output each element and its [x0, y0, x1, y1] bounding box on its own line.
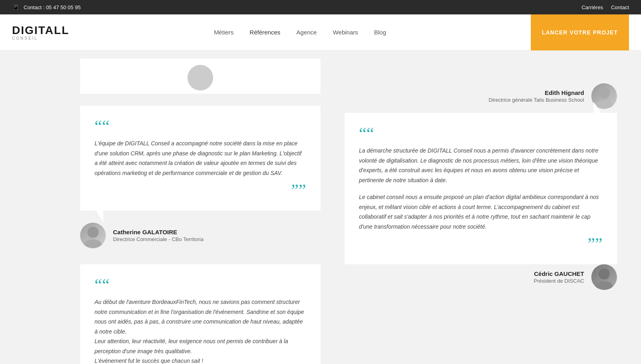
main-nav: Métiers Références Agence Webinars Blog: [214, 29, 386, 36]
author-info-cedric: Cédric GAUCHET Président de DISCAC: [534, 270, 584, 284]
topbar: 📱 Contact : 05 47 50 05 95 Carrières Con…: [0, 0, 641, 14]
testimonial-louis-wrap: ““ Au début de l'aventure BordeauxFinTec…: [80, 264, 320, 364]
svg-point-7: [595, 281, 613, 290]
logo-text: DIGITALL: [12, 24, 69, 37]
logo[interactable]: DIGITALL CONSEIL: [12, 24, 69, 40]
testimonial-text-catherine: L'équipe de DIGITALL Conseil a accompagn…: [95, 139, 306, 178]
quote-open-louis: ““: [95, 276, 306, 293]
topbar-contact: 📱 Contact : 05 47 50 05 95: [12, 4, 81, 11]
svg-point-6: [599, 268, 610, 280]
logo-sub: CONSEIL: [12, 36, 69, 40]
author-name-cedric: Cédric GAUCHET: [534, 270, 584, 277]
main-content: ““ L'équipe de DIGITALL Conseil a accomp…: [0, 50, 641, 364]
avatar-catherine: [80, 223, 106, 248]
partial-card-top: [80, 58, 320, 94]
testimonial-card-louis: ““ Au début de l'aventure BordeauxFinTec…: [80, 264, 320, 364]
carrieres-link[interactable]: Carrières: [582, 4, 603, 10]
avatar-cedric: [591, 264, 617, 290]
author-info-catherine: Catherine GALATOIRE Directrice Commercia…: [113, 229, 204, 242]
author-title-cedric: Président de DISCAC: [534, 278, 584, 284]
testimonial-text-louis: Au début de l'aventure BordeauxFinTech, …: [95, 297, 306, 364]
author-title-catherine: Directrice Commerciale - CBo Territoria: [113, 236, 204, 242]
testimonial-text-cedric-part1: La démarche structurée de DIGITALL Conse…: [359, 146, 603, 185]
nav-metiers[interactable]: Métiers: [214, 29, 234, 36]
topbar-links: Carrières Contact: [582, 4, 629, 10]
nav-references[interactable]: Références: [250, 29, 280, 36]
author-name-edith: Edith Hignard: [489, 89, 584, 96]
author-name-catherine: Catherine GALATOIRE: [113, 229, 204, 235]
author-row-edith: Edith Hignard Directrice générale Talis …: [345, 83, 617, 109]
quote-close-cedric: ””: [359, 235, 603, 252]
testimonial-card-cedric: ““ La démarche structurée de DIGITALL Co…: [345, 113, 617, 264]
tail-right-cedric: [594, 102, 601, 113]
contact-number: Contact : 05 47 50 05 95: [24, 4, 81, 10]
contact-link[interactable]: Contact: [611, 4, 629, 10]
nav-agence[interactable]: Agence: [296, 29, 317, 36]
author-title-edith: Directrice générale Talis Business Schoo…: [489, 97, 584, 103]
testimonial-card-catherine: ““ L'équipe de DIGITALL Conseil a accomp…: [80, 106, 320, 211]
svg-point-0: [87, 227, 99, 238]
quote-open-cedric: ““: [359, 125, 603, 142]
author-info-edith: Edith Hignard Directrice générale Talis …: [489, 89, 584, 103]
nav-blog[interactable]: Blog: [374, 29, 386, 36]
testimonial-cedric-wrap: ““ La démarche structurée de DIGITALL Co…: [345, 113, 617, 264]
svg-point-4: [599, 87, 610, 99]
avatar-partial-top: [187, 65, 213, 90]
testimonial-catherine-wrap: ““ L'équipe de DIGITALL Conseil a accomp…: [80, 106, 320, 211]
right-column: Edith Hignard Directrice générale Talis …: [333, 50, 641, 364]
tail-left-catherine: [96, 211, 103, 223]
phone-icon: 📱: [12, 4, 20, 11]
testimonial-text-cedric-part2: Le cabinet conseil nous a ensuite propos…: [359, 192, 603, 231]
quote-open-catherine: ““: [95, 118, 306, 135]
author-row-catherine: Catherine GALATOIRE Directrice Commercia…: [80, 223, 320, 248]
left-column: ““ L'équipe de DIGITALL Conseil a accomp…: [0, 50, 333, 364]
quote-close-catherine: ””: [95, 182, 306, 199]
author-row-cedric: Cédric GAUCHET Président de DISCAC: [345, 264, 617, 290]
nav-webinars[interactable]: Webinars: [333, 29, 358, 36]
partial-edith-top: [345, 58, 617, 71]
svg-point-1: [84, 239, 102, 248]
cta-button[interactable]: LANCER VOTRE PROJET: [531, 14, 629, 50]
header: DIGITALL CONSEIL Métiers Références Agen…: [0, 14, 641, 50]
